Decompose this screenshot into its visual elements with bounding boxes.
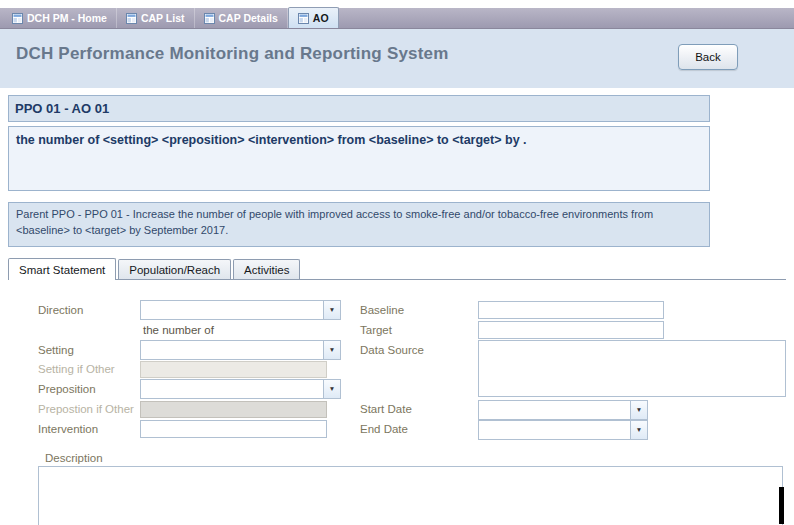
direction-combobox[interactable]: ▼ bbox=[140, 300, 341, 320]
tab-activities[interactable]: Activities bbox=[233, 259, 300, 279]
form-icon bbox=[204, 13, 215, 24]
target-field[interactable] bbox=[478, 321, 664, 339]
page-title: DCH Performance Monitoring and Reporting… bbox=[16, 44, 449, 64]
tab-label: CAP Details bbox=[219, 12, 278, 24]
form-icon bbox=[298, 13, 309, 24]
form-icon bbox=[12, 13, 23, 24]
setting-combobox[interactable]: ▼ bbox=[140, 340, 341, 360]
end-date-label: End Date bbox=[360, 423, 408, 435]
end-date-combobox[interactable]: ▼ bbox=[478, 420, 648, 440]
tab-label: DCH PM - Home bbox=[27, 12, 107, 24]
tab-label: AO bbox=[313, 12, 329, 24]
data-source-field[interactable] bbox=[478, 340, 786, 397]
setting-if-other-field bbox=[140, 361, 327, 378]
direction-label: Direction bbox=[38, 304, 83, 316]
preposition-if-other-label: Prepostion if Other bbox=[38, 403, 134, 415]
data-source-label: Data Source bbox=[360, 344, 424, 356]
dropdown-button[interactable]: ▼ bbox=[630, 421, 647, 439]
preposition-label: Preposition bbox=[38, 383, 96, 395]
preposition-if-other-field bbox=[140, 401, 327, 418]
description-label: Description bbox=[45, 452, 103, 464]
tab-ao[interactable]: AO bbox=[288, 7, 339, 28]
baseline-field[interactable] bbox=[478, 301, 664, 319]
chevron-down-icon: ▼ bbox=[636, 407, 642, 414]
tab-cap-list[interactable]: CAP List bbox=[117, 8, 195, 28]
record-title-box: PPO 01 - AO 01 bbox=[8, 95, 710, 122]
document-tab-bar: DCH PM - Home CAP List CAP Details AO bbox=[0, 8, 794, 29]
tab-cap-details[interactable]: CAP Details bbox=[195, 8, 288, 28]
target-label: Target bbox=[360, 324, 392, 336]
dropdown-button[interactable]: ▼ bbox=[323, 301, 340, 319]
app-window: DCH PM - Home CAP List CAP Details AO DC… bbox=[0, 0, 794, 525]
form-icon bbox=[126, 13, 137, 24]
description-field[interactable] bbox=[38, 466, 783, 525]
setting-label: Setting bbox=[38, 344, 74, 356]
statement-box: the number of <setting> <preposition> <i… bbox=[8, 126, 710, 191]
tab-dch-pm-home[interactable]: DCH PM - Home bbox=[3, 8, 117, 28]
start-date-combobox[interactable]: ▼ bbox=[478, 400, 648, 420]
setting-if-other-label: Setting if Other bbox=[38, 363, 115, 375]
start-date-label: Start Date bbox=[360, 403, 412, 415]
tab-population-reach[interactable]: Population/Reach bbox=[118, 259, 231, 279]
header-band: DCH Performance Monitoring and Reporting… bbox=[0, 29, 794, 88]
subtab-bar: Smart Statement Population/Reach Activit… bbox=[8, 258, 300, 280]
intervention-label: Intervention bbox=[38, 423, 98, 435]
dropdown-button[interactable]: ▼ bbox=[323, 380, 340, 398]
back-button[interactable]: Back bbox=[678, 44, 738, 70]
direction-caption: the number of bbox=[143, 324, 214, 336]
chevron-down-icon: ▼ bbox=[636, 427, 642, 434]
window-edge-artifact bbox=[779, 487, 784, 524]
parent-ppo-box: Parent PPO - PPO 01 - Increase the numbe… bbox=[8, 202, 710, 247]
preposition-combobox[interactable]: ▼ bbox=[140, 379, 341, 399]
tab-smart-statement[interactable]: Smart Statement bbox=[8, 258, 116, 280]
chevron-down-icon: ▼ bbox=[329, 347, 335, 354]
dropdown-button[interactable]: ▼ bbox=[630, 401, 647, 419]
parent-ppo-text: Parent PPO - PPO 01 - Increase the numbe… bbox=[16, 208, 653, 236]
baseline-label: Baseline bbox=[360, 304, 404, 316]
chevron-down-icon: ▼ bbox=[329, 307, 335, 314]
record-title-text: PPO 01 - AO 01 bbox=[15, 101, 109, 116]
tab-label: CAP List bbox=[141, 12, 185, 24]
dropdown-button[interactable]: ▼ bbox=[323, 341, 340, 359]
intervention-field[interactable] bbox=[140, 420, 327, 438]
statement-text: the number of <setting> <preposition> <i… bbox=[16, 133, 527, 147]
chevron-down-icon: ▼ bbox=[329, 386, 335, 393]
